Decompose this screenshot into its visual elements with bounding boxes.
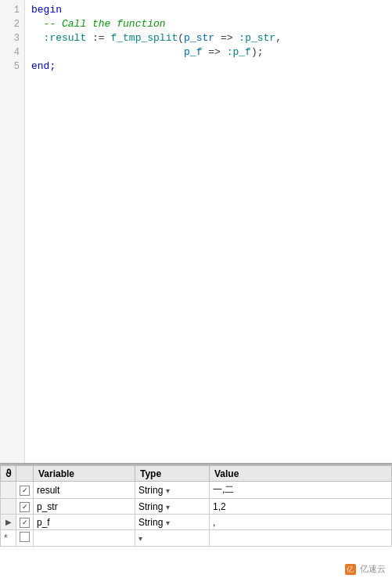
variable-row-pf: ▶ p_f String ▾ , [1,515,392,530]
row-expand-pf[interactable]: ▶ [1,515,16,530]
code-line-1: begin [31,3,386,17]
variable-row-pstr: p_str String ▾ 1,2 [1,499,392,515]
variables-table: ϑ Variable Type Value result String ▾ 一,… [0,465,392,547]
var-value-result: 一,二 [210,482,392,499]
star-icon: * [1,530,16,547]
header-check-col [16,466,34,482]
var-name-pf: p_f [34,515,135,530]
code-text[interactable]: begin -- Call the function :result := f_… [25,0,392,463]
line-num-1: 1 [14,3,20,17]
row-check-pstr[interactable] [16,499,34,515]
code-line-3: :result := f_tmp_split(p_str => :p_str, [31,31,386,45]
code-line-5: end; [31,60,386,74]
var-value-pstr: 1,2 [210,499,392,515]
code-line-2: -- Call the function [31,17,386,31]
var-type-result: String ▾ [135,482,210,499]
checkbox-pf[interactable] [20,518,30,528]
var-name-result: result [34,482,135,499]
line-numbers: 1 2 3 4 5 [0,0,25,463]
variables-header-row: ϑ Variable Type Value [1,466,392,482]
line-num-4: 4 [14,45,20,60]
header-type-col: Type [135,466,210,482]
var-type-pstr: String ▾ [135,499,210,515]
variables-panel: ϑ Variable Type Value result String ▾ 一,… [0,464,392,578]
line-num-3: 3 [14,31,20,45]
new-row-value [210,530,392,547]
new-row-type: ▾ [135,530,210,547]
row-expand-pstr [1,499,16,515]
row-expand-result [1,482,16,499]
var-type-pf: String ▾ [135,515,210,530]
watermark-icon: 亿 [345,564,356,575]
line-num-2: 2 [14,17,20,31]
checkbox-pstr[interactable] [20,502,30,512]
checkbox-result[interactable] [20,486,30,496]
header-variable-col: Variable [34,466,135,482]
header-icon-col: ϑ [1,466,16,482]
watermark-text: 亿速云 [360,564,386,573]
row-check-result[interactable] [16,482,34,499]
var-value-pf: , [210,515,392,530]
header-value-col: Value [210,466,392,482]
line-num-5: 5 [14,60,20,74]
code-line-4: p_f => :p_f); [31,45,386,60]
var-name-pstr: p_str [34,499,135,515]
code-editor: 1 2 3 4 5 begin -- Call the function :re… [0,0,392,464]
watermark: 亿 亿速云 [345,563,386,575]
variable-row-result: result String ▾ 一,二 [1,482,392,499]
row-check-pf[interactable] [16,515,34,530]
variable-add-row[interactable]: * ▾ [1,530,392,547]
checkbox-new[interactable] [20,532,30,542]
new-row-check[interactable] [16,530,34,547]
new-row-name [34,530,135,547]
